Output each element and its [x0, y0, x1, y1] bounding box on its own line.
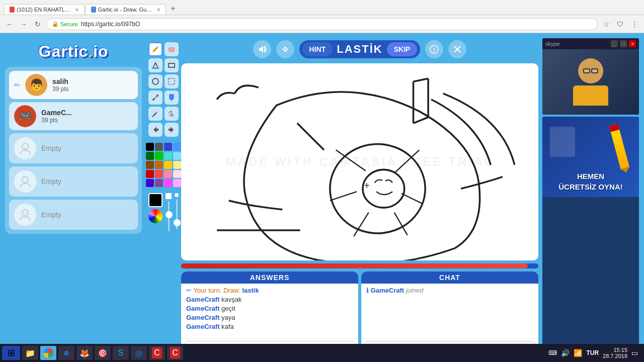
taskbar-keyboard-icon[interactable]: ⌨: [548, 349, 557, 356]
taskbar-app2[interactable]: C: [149, 346, 165, 360]
taskbar-skype[interactable]: S: [113, 346, 129, 360]
color-green[interactable]: [155, 152, 163, 160]
color-yellow[interactable]: [164, 161, 172, 169]
fill-tool[interactable]: [148, 58, 163, 72]
color-darkblue[interactable]: [164, 143, 172, 151]
spray-tool[interactable]: [165, 107, 179, 121]
share-btn[interactable]: [276, 40, 294, 58]
color-lightmagenta[interactable]: [173, 179, 181, 187]
color-pink[interactable]: [164, 170, 172, 178]
taskbar-ie[interactable]: e: [58, 346, 74, 360]
taskbar-app3[interactable]: C: [167, 346, 183, 360]
color-purple[interactable]: [146, 179, 154, 187]
taskbar-app1[interactable]: 🎯: [95, 346, 111, 360]
size-slider-2[interactable]: [176, 199, 178, 229]
tab2-label: Gartic.io - Draw, Guess, N...: [98, 7, 152, 13]
answer1-text: kavşak: [221, 296, 242, 303]
menu-btn[interactable]: ⋮: [629, 19, 640, 30]
ad-banner: HEMENÜCRETSİZ OYNA!: [542, 117, 639, 357]
taskbar-edge[interactable]: ◎: [131, 346, 147, 360]
browser-toolbar: ← → ↻ 🔒 Secure https://gartic.io/097bO ☆…: [0, 15, 644, 33]
color-darkgreen[interactable]: [146, 152, 154, 160]
eyedrop-tool[interactable]: [148, 107, 163, 121]
size-slider-1[interactable]: [168, 201, 170, 231]
slider-thumb-1[interactable]: [166, 211, 173, 218]
canvas-container[interactable]: MADE WITH CAMTASIA FREE TRIAL +: [181, 63, 538, 260]
svg-point-0: [22, 143, 28, 149]
secure-badge: 🔒 Secure: [52, 21, 78, 27]
fill2-tool[interactable]: [165, 90, 179, 105]
hint-btn[interactable]: HINT: [302, 42, 333, 56]
color-gray[interactable]: [155, 143, 163, 151]
skype-close[interactable]: ✕: [629, 40, 636, 47]
taskbar-volume[interactable]: 🔊: [561, 349, 570, 357]
answer4-text: kafa: [221, 323, 234, 330]
new-tab-btn[interactable]: +: [167, 3, 179, 15]
taskbar-show-desktop[interactable]: ▭: [631, 349, 638, 357]
bookmark-btn[interactable]: ☆: [601, 19, 612, 30]
empty-avatar-1: [14, 137, 36, 159]
tab-2[interactable]: Gartic.io - Draw, Guess, N... ✕: [86, 4, 166, 15]
tab2-close[interactable]: ✕: [156, 7, 160, 13]
eraser-tool[interactable]: [165, 42, 179, 56]
tab-1[interactable]: (1012) EN RAHATLATIC... ✕: [4, 4, 85, 15]
hint-skip-container: HINT LASTİK SKIP: [299, 40, 421, 58]
empty-label-2: Empty: [41, 177, 61, 186]
taskbar-file-explorer[interactable]: 📁: [22, 346, 38, 360]
color-darkbrown[interactable]: [146, 161, 154, 169]
current-color-box[interactable]: [148, 193, 163, 207]
circle-tool[interactable]: [148, 74, 163, 88]
extensions-btn[interactable]: 🛡: [615, 19, 626, 30]
arrow-right-tool[interactable]: [165, 123, 179, 137]
refresh-btn[interactable]: ↻: [32, 19, 43, 30]
color-size-area: [148, 193, 179, 231]
info-btn[interactable]: i: [425, 40, 443, 58]
sound-btn[interactable]: [253, 40, 271, 58]
start-button[interactable]: ⊞: [2, 346, 20, 360]
skype-minimize[interactable]: _: [611, 40, 618, 47]
select-tool[interactable]: [165, 74, 179, 88]
pencil-icon: ✏: [186, 287, 193, 294]
word-text: LASTİK: [337, 43, 382, 56]
size-dot-2: [175, 193, 179, 197]
logo-area: Gartic.io: [5, 38, 142, 63]
rect-tool[interactable]: [165, 58, 179, 72]
back-btn[interactable]: ←: [4, 19, 15, 30]
tool-row-5: [148, 107, 179, 121]
rainbow-color-btn[interactable]: [148, 209, 163, 223]
svg-rect-5: [169, 63, 175, 67]
svg-rect-4: [152, 67, 159, 69]
color-darkred[interactable]: [146, 170, 154, 178]
color-teal[interactable]: [164, 152, 172, 160]
slider-thumb-2[interactable]: [174, 219, 181, 226]
color-lightblue[interactable]: [173, 152, 181, 160]
skype-maximize[interactable]: □: [620, 40, 627, 47]
ad-pencil: [609, 124, 630, 170]
color-orange[interactable]: [155, 161, 163, 169]
answer2-user: GameCraft: [186, 305, 219, 312]
node-tool[interactable]: [148, 90, 163, 105]
answer-line-1: GameCraft kavşak: [186, 296, 353, 303]
color-lightyellow[interactable]: [173, 161, 181, 169]
taskbar-chrome[interactable]: [40, 346, 56, 360]
tool-row-1: [148, 42, 179, 56]
color-violet[interactable]: [155, 179, 163, 187]
arrow-left-tool[interactable]: [148, 123, 163, 137]
color-magenta[interactable]: [164, 179, 172, 187]
close-game-btn[interactable]: [448, 40, 466, 58]
tab1-close[interactable]: ✕: [75, 7, 79, 13]
forward-btn[interactable]: →: [18, 19, 29, 30]
color-red[interactable]: [155, 170, 163, 178]
svg-line-40: [297, 123, 324, 150]
player1-avatar: 👦: [25, 74, 47, 96]
ad-image[interactable]: HEMENÜCRETSİZ OYNA!: [542, 117, 639, 197]
pencil-tool[interactable]: [148, 42, 163, 56]
color-blue[interactable]: [173, 143, 181, 151]
taskbar-firefox[interactable]: 🦊: [76, 346, 93, 360]
address-bar[interactable]: 🔒 Secure https://gartic.io/097bO: [46, 18, 598, 30]
drawing-canvas[interactable]: [181, 63, 538, 260]
chat-header: CHAT: [361, 272, 538, 284]
color-lightpink[interactable]: [173, 170, 181, 178]
color-black[interactable]: [146, 143, 154, 151]
skip-btn[interactable]: SKIP: [387, 42, 418, 56]
